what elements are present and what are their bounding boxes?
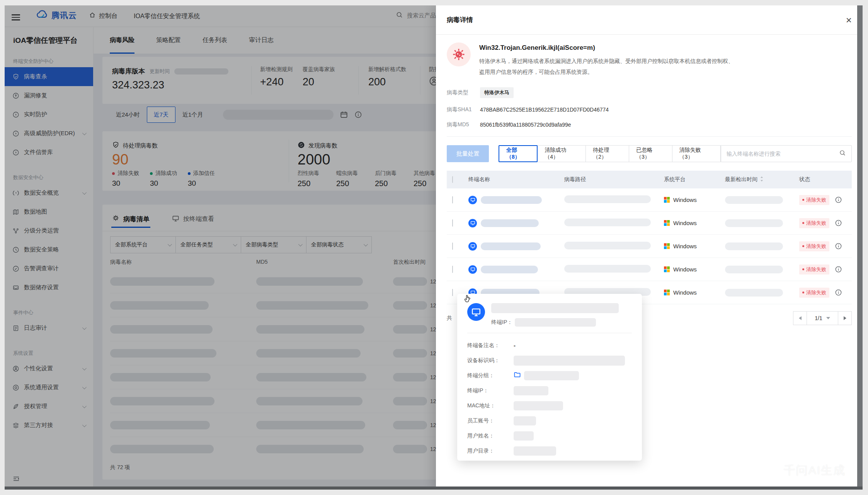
windows-logo-icon (664, 243, 670, 249)
popover-row-device-id: 设备标识码： (467, 353, 632, 368)
app-window: 腾讯云 控制台 IOA零信任安全管理系统 搜索云产品 iOA零信任管理平台 终端… (5, 5, 863, 490)
info-icon[interactable] (835, 219, 842, 227)
status-badge: 清除失败 (799, 288, 829, 298)
col-latest-detect-time[interactable]: 最新检出时间 (725, 176, 799, 183)
status-tab-ignored[interactable]: 已忽略（3） (629, 145, 672, 162)
terminal-table: 终端名称 病毒路径 系统平台 最新检出时间 状态 (447, 171, 852, 304)
popover-row-account: 员工账号： (467, 413, 632, 428)
redacted-terminal-name (481, 242, 541, 250)
terminal-monitor-icon (468, 196, 477, 204)
redacted-ip (514, 386, 548, 395)
terminal-info-popover: 终端IP： 终端备注名：- 设备标识码： 终端分组： (457, 294, 642, 461)
virus-summary: Win32.Trojan.Generik.ikjl(aiScore=m) 特洛伊… (447, 42, 852, 77)
status-tab-all[interactable]: 全部（8） (499, 145, 538, 162)
search-icon[interactable] (839, 149, 846, 158)
watermark-logo-icon (766, 462, 780, 479)
redacted-virus-path (564, 219, 651, 226)
close-icon[interactable]: × (846, 15, 852, 25)
redacted-detect-time (725, 196, 783, 204)
popover-row-group: 终端分组： (467, 368, 632, 383)
windows-logo-icon (664, 266, 670, 272)
row-checkbox[interactable] (452, 289, 453, 296)
virus-description-line1: 特洛伊木马，通过网络或者系统漏洞进入用户的系统并隐藏、受外部用户控制以窃取本机信… (479, 56, 734, 66)
col-status: 状态 (799, 176, 852, 183)
info-icon[interactable] (835, 196, 842, 203)
popover-row-userdir: 用户目录： (467, 443, 632, 458)
terminal-row[interactable]: Windows 清除失败 (447, 235, 852, 258)
select-all-checkbox[interactable] (452, 176, 453, 183)
redacted-virus-path (564, 265, 651, 273)
redacted-terminal-ip (515, 318, 596, 327)
popover-row-ip: 终端IP： (467, 383, 632, 398)
status-badge: 清除失败 (799, 264, 829, 275)
prev-page-button[interactable] (793, 311, 807, 325)
windows-logo-icon (664, 220, 670, 226)
chevron-down-icon (826, 317, 830, 319)
virus-name: Win32.Trojan.Generik.ikjl(aiScore=m) (479, 44, 734, 52)
row-checkbox[interactable] (452, 196, 453, 203)
field-virus-type: 病毒类型 特洛伊木马 (447, 87, 852, 98)
status-tab-clean-success[interactable]: 清除成功（4） (537, 145, 586, 162)
col-platform: 系统平台 (664, 176, 725, 183)
redacted-userdir (514, 446, 556, 456)
windows-logo-icon (664, 197, 670, 203)
popover-row-mac: MAC地址： (467, 398, 632, 413)
redacted-account (514, 416, 536, 425)
batch-dispose-button[interactable]: 批量处置 (447, 145, 489, 162)
sort-icon[interactable] (760, 176, 764, 183)
info-icon[interactable] (835, 242, 842, 250)
terminal-toolbar: 批量处置 全部（8） 清除成功（4） 待处理（2） 已忽略（3） 清除失败（3） (447, 145, 852, 162)
terminal-monitor-icon (468, 219, 477, 227)
redacted-terminal-name (491, 303, 619, 313)
redacted-terminal-name (481, 219, 539, 227)
terminal-row[interactable]: Windows 清除失败 (447, 212, 852, 235)
terminal-table-header: 终端名称 病毒路径 系统平台 最新检出时间 状态 (447, 171, 852, 188)
divider (467, 333, 632, 333)
drawer-title: 病毒详情 (447, 15, 473, 24)
drawer-header: 病毒详情 × (436, 5, 863, 35)
terminal-total: 共 (447, 315, 452, 322)
virus-detail-drawer: 病毒详情 × Win32.Trojan.Generik.ikjl(aiScore… (436, 5, 863, 490)
field-virus-md5: 病毒MD5 85061fb539f0a118805729c0d9afa99e (447, 121, 852, 128)
redacted-username (514, 431, 534, 441)
next-page-button[interactable] (838, 311, 852, 325)
virus-description-line2: 盗用用户信息等的程序，可能会占用系统资源。 (479, 66, 734, 77)
terminal-row[interactable]: Windows 清除失败 (447, 258, 852, 281)
terminal-monitor-icon (467, 303, 485, 321)
status-badge: 清除失败 (799, 241, 829, 251)
col-terminal-name: 终端名称 (468, 176, 564, 183)
status-tab-pending[interactable]: 待处理（2） (585, 145, 629, 162)
divider (447, 136, 852, 137)
status-tab-clean-failed[interactable]: 清除失败（3） (672, 145, 721, 162)
row-checkbox[interactable] (452, 266, 453, 273)
remark-value: - (514, 342, 516, 349)
info-icon[interactable] (835, 289, 842, 296)
terminal-search-box (721, 145, 852, 162)
terminal-monitor-icon (468, 242, 477, 251)
redacted-mac (514, 401, 563, 410)
virus-fields: 病毒类型 特洛伊木马 病毒SHA1 478BAB67C2525E1B195622… (447, 87, 852, 128)
status-badge: 清除失败 (799, 218, 829, 228)
terminal-search-input[interactable] (727, 151, 836, 157)
status-badge: 清除失败 (799, 195, 829, 205)
redacted-terminal-name (481, 266, 538, 273)
page-indicator-select[interactable]: 1/1 (807, 311, 838, 325)
info-icon[interactable] (835, 266, 842, 273)
windows-logo-icon (664, 290, 670, 295)
hand-cursor-icon (463, 294, 473, 305)
redacted-detect-time (725, 266, 783, 273)
terminal-ip-label: 终端IP： (491, 319, 512, 326)
field-virus-sha1: 病毒SHA1 478BAB67C2525E1B195622E718D1D07FD… (447, 106, 852, 113)
row-checkbox[interactable] (452, 219, 453, 227)
terminal-row[interactable]: Windows 清除失败 (447, 188, 852, 212)
status-filter-tabs: 全部（8） 清除成功（4） 待处理（2） 已忽略（3） 清除失败（3） (499, 145, 721, 162)
bottom-band (5, 487, 863, 490)
scrollbar[interactable] (857, 5, 863, 490)
folder-icon (514, 371, 521, 380)
virus-type-tag: 特洛伊木马 (480, 87, 514, 98)
redacted-detect-time (725, 289, 783, 297)
redacted-detect-time (725, 219, 783, 227)
pagination: 1/1 (793, 311, 852, 325)
row-checkbox[interactable] (452, 242, 453, 250)
terminal-monitor-icon (468, 265, 477, 274)
